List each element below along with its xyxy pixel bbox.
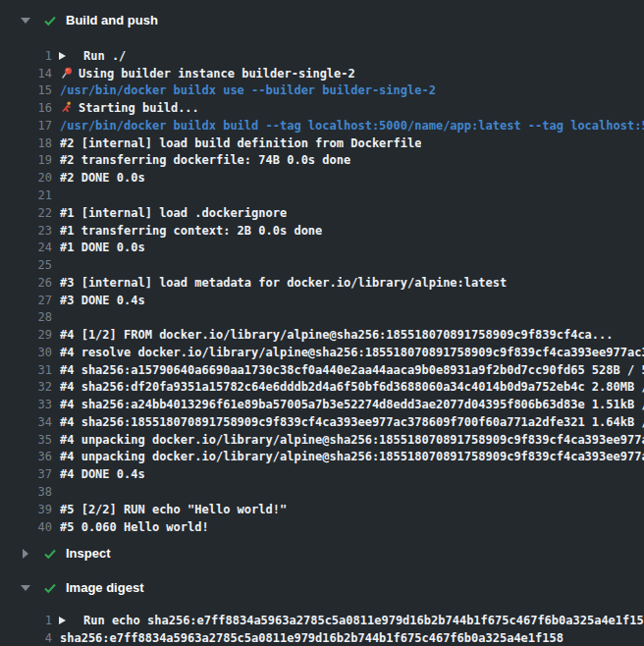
line-number[interactable]: 30 [0,346,52,359]
log-row: 4sha256:e7ff8834a5963a2785c5a0811e979d16… [0,629,644,646]
line-number[interactable]: 40 [0,520,52,534]
log-line-text: #4 sha256:a15790640a6690aa1730c38cf0a440… [60,363,644,377]
log-line-text: #4 sha256:a24bb4013296f61e89ba57005a7b3e… [60,398,644,411]
log-line-text: #3 DONE 0.4s [60,294,145,307]
line-number[interactable]: 33 [0,398,52,411]
log-line-text: #1 transferring context: 2B 0.0s done [60,224,322,238]
line-number[interactable]: 22 [0,206,52,220]
log-text: sha256:e7ff8834a5963a2785c5a0811e979d16b… [60,631,564,645]
check-icon [43,581,57,595]
line-number[interactable]: 23 [0,224,52,238]
line-number[interactable]: 32 [0,380,52,394]
section-title[interactable]: Build and push [66,13,158,27]
log-row: 25 [0,256,644,274]
command-line-text: /usr/bin/docker buildx use --builder bui… [60,83,436,97]
log-row: 22#1 [internal] load .dockerignore [0,204,644,222]
log-line-text: Starting build... [60,101,199,115]
log-line-text: #4 unpacking docker.io/library/alpine@sh… [60,450,644,463]
log-text: Run echo sha256:e7ff8834a5963a2785c5a081… [83,614,644,627]
check-icon [43,14,57,27]
log-text: #4 sha256:a15790640a6690aa1730c38cf0a440… [60,363,644,377]
log-line-text: #1 [internal] load .dockerignore [60,206,287,220]
log-row: 14Using builder instance builder-single-… [0,65,644,82]
log-line-text: #2 DONE 0.0s [60,171,145,185]
chevron-down-icon[interactable] [20,585,31,591]
log-text: /usr/bin/docker buildx use --builder bui… [60,83,436,97]
log-text: #4 sha256:a24bb4013296f61e89ba57005a7b3e… [60,398,644,411]
line-number[interactable]: 20 [0,171,52,185]
line-number[interactable]: 25 [0,258,52,272]
section-header-image-digest: Image digest [0,579,644,596]
log-row: 32#4 sha256:df20fa9351a15782c64e6dddb2d4… [0,379,644,397]
log-row: 38 [0,483,644,501]
line-number[interactable]: 15 [0,83,52,97]
log-block-build-and-push: 1Run ./14Using builder instance builder-… [0,47,644,535]
log-row: 15/usr/bin/docker buildx use --builder b… [0,82,644,100]
log-row: 31#4 sha256:a15790640a6690aa1730c38cf0a4… [0,361,644,379]
line-number[interactable]: 4 [0,631,52,645]
check-icon [43,547,57,561]
line-number[interactable]: 28 [0,310,52,324]
log-text: Starting build... [79,101,199,115]
log-text: #1 transferring context: 2B 0.0s done [60,224,322,238]
actions-log-viewer: Build and push1Run ./14Using builder ins… [0,0,644,646]
log-text: #1 [internal] load .dockerignore [60,206,287,220]
line-number[interactable]: 27 [0,294,52,307]
log-text: #4 unpacking docker.io/library/alpine@sh… [60,433,644,447]
line-number[interactable]: 14 [0,67,52,81]
log-block-image-digest: 1Run echo sha256:e7ff8834a5963a2785c5a08… [0,612,644,646]
log-line-text: #2 [internal] load build definition from… [60,136,421,150]
line-number[interactable]: 37 [0,467,52,481]
log-text: #2 transferring dockerfile: 74B 0.0s don… [60,153,350,167]
chevron-down-icon[interactable] [20,18,31,24]
line-number[interactable]: 19 [0,153,52,167]
log-line-text: #4 sha256:df20fa9351a15782c64e6dddb2d4a6… [60,380,644,394]
command-line-text: /usr/bin/docker buildx build --tag local… [60,119,644,133]
line-number[interactable]: 1 [0,614,52,627]
log-line-text: Using builder instance builder-single-2 [60,67,355,81]
log-text: #4 sha256:185518070891758909c9f839cf4ca3… [60,415,644,429]
line-number[interactable]: 16 [0,101,52,115]
log-line-text: #3 [internal] load metadata for docker.i… [60,276,507,290]
log-text: #4 DONE 0.4s [60,467,145,481]
line-number[interactable]: 29 [0,328,52,342]
log-line-text: #4 resolve docker.io/library/alpine@sha2… [60,346,644,359]
pushpin-icon [60,67,74,80]
log-row: 1Run echo sha256:e7ff8834a5963a2785c5a08… [0,612,644,629]
log-text: #4 sha256:df20fa9351a15782c64e6dddb2d4a6… [60,380,644,394]
line-number[interactable]: 17 [0,119,52,133]
log-row: 40#5 0.060 Hello world! [0,518,644,536]
line-number[interactable]: 18 [0,136,52,150]
line-number[interactable]: 21 [0,188,52,202]
log-line-text: Run ./ [83,49,126,63]
log-row: 20#2 DONE 0.0s [0,169,644,187]
log-text: /usr/bin/docker buildx build --tag local… [60,119,644,133]
line-number[interactable]: 1 [0,49,52,63]
line-number[interactable]: 39 [0,503,52,516]
expand-group-icon[interactable] [59,617,66,624]
section-header-build-and-push: Build and push [0,12,644,28]
section-title[interactable]: Inspect [66,546,111,561]
log-row: 17/usr/bin/docker buildx build --tag loc… [0,117,644,135]
chevron-shape [23,549,28,559]
log-row: 1Run ./ [0,47,644,65]
log-line-text: #1 DONE 0.0s [60,241,145,254]
log-text: #3 DONE 0.4s [60,294,145,307]
log-text: #3 [internal] load metadata for docker.i… [60,276,507,290]
chevron-right-icon[interactable] [20,549,31,559]
line-number[interactable]: 34 [0,415,52,429]
line-number[interactable]: 35 [0,433,52,447]
line-number[interactable]: 31 [0,363,52,377]
log-line-text: #4 DONE 0.4s [60,467,145,481]
section-title[interactable]: Image digest [66,580,143,595]
line-number[interactable]: 26 [0,276,52,290]
log-row: 33#4 sha256:a24bb4013296f61e89ba57005a7b… [0,396,644,413]
line-number[interactable]: 36 [0,450,52,463]
log-row: 27#3 DONE 0.4s [0,292,644,309]
line-number[interactable]: 24 [0,241,52,254]
log-row: 29#4 [1/2] FROM docker.io/library/alpine… [0,326,644,344]
log-row: 39#5 [2/2] RUN echo "Hello world!" [0,501,644,518]
chevron-shape [21,18,30,24]
line-number[interactable]: 38 [0,485,52,499]
expand-group-icon[interactable] [59,52,66,60]
